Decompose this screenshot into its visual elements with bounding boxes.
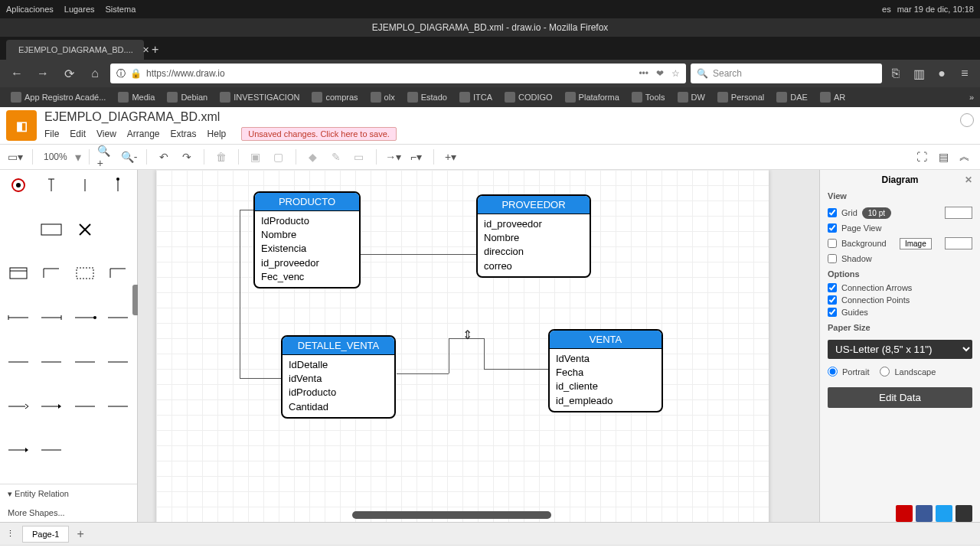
menu-extras[interactable]: Extras	[171, 129, 197, 139]
landscape-radio[interactable]: Landscape	[880, 367, 936, 377]
library-icon[interactable]: ⎘	[887, 64, 905, 83]
delete-button[interactable]: 🗑	[212, 148, 230, 166]
entity-header[interactable]: DETALLE_VENTA	[283, 337, 394, 355]
bookmark-item[interactable]: DAE	[772, 90, 812, 104]
pages-menu-icon[interactable]: ⋮	[6, 529, 15, 539]
new-tab-button[interactable]: +	[144, 40, 166, 60]
bookmark-star-icon[interactable]: ☆	[671, 68, 680, 79]
entity-proveedor[interactable]: PROVEEDOR id_proveedor Nombre direccion …	[476, 194, 591, 278]
github-icon[interactable]	[956, 505, 972, 522]
youtube-icon[interactable]	[896, 505, 913, 522]
profile-icon[interactable]: ●	[933, 64, 951, 83]
shape-item[interactable]	[5, 351, 32, 373]
fullscreen-icon[interactable]: ⛶	[913, 148, 931, 166]
canvas-page[interactable]: ⇕ PRODUCTO IdProducto Nombre Existencia …	[156, 170, 769, 522]
shape-item[interactable]	[71, 307, 99, 328]
entity-producto[interactable]: PRODUCTO IdProducto Nombre Existencia id…	[253, 191, 361, 289]
add-button[interactable]: +▾	[442, 148, 460, 166]
entity-body[interactable]: id_proveedor Nombre direccion correo	[478, 214, 590, 276]
page-tab[interactable]: Page-1	[22, 526, 69, 543]
save-warning[interactable]: Unsaved changes. Click here to save.	[241, 127, 397, 141]
bookmark-item[interactable]: ITCA	[455, 90, 497, 104]
portrait-radio[interactable]: Portrait	[828, 367, 869, 377]
drawio-filename[interactable]: EJEMPLO_DIAGRAMA_BD.xml	[44, 110, 397, 124]
background-checkbox[interactable]: Background	[828, 239, 887, 248]
zoom-value[interactable]: 100%	[41, 152, 70, 162]
shape-item[interactable]	[104, 396, 132, 417]
bookmark-item[interactable]: App Registro Acadé...	[6, 90, 110, 104]
menu-help[interactable]: Help	[207, 129, 227, 139]
shape-item[interactable]	[38, 307, 65, 328]
bookmark-item[interactable]: Media	[113, 90, 159, 104]
shape-item[interactable]	[5, 262, 32, 284]
shadow-button[interactable]: ▭	[350, 148, 368, 166]
bookmark-item[interactable]: CODIGO	[500, 90, 557, 104]
entity-body[interactable]: IdProducto Nombre Existencia id_proveedo…	[255, 211, 359, 287]
shape-item[interactable]	[5, 174, 32, 196]
format-panel-icon[interactable]: ▤	[934, 148, 952, 166]
reload-button[interactable]: ⟳	[58, 63, 80, 84]
add-page-button[interactable]: +	[77, 527, 83, 541]
grid-color-swatch[interactable]	[945, 207, 972, 219]
shape-item[interactable]	[5, 439, 32, 461]
menu-file[interactable]: File	[44, 129, 59, 139]
shape-item[interactable]	[38, 219, 65, 240]
os-menu-system[interactable]: Sistema	[106, 5, 136, 14]
entity-body[interactable]: IdVenta Fecha id_cliente id_empleado	[550, 349, 662, 411]
shape-item[interactable]	[5, 307, 32, 328]
shape-item[interactable]	[71, 351, 99, 373]
shape-item[interactable]	[104, 307, 132, 328]
menu-edit[interactable]: Edit	[70, 129, 86, 139]
menu-arrange[interactable]: Arrange	[127, 129, 160, 139]
paper-size-select[interactable]: US-Letter (8,5" x 11")	[828, 340, 972, 359]
bookmark-item[interactable]: Debian	[162, 90, 212, 104]
connector[interactable]	[449, 338, 449, 373]
entity-venta[interactable]: VENTA IdVenta Fecha id_cliente id_emplea…	[548, 329, 663, 412]
shape-item[interactable]	[38, 262, 65, 284]
bookmark-item[interactable]: Personal	[713, 90, 769, 104]
line-button[interactable]: ✎	[327, 148, 345, 166]
more-shapes-button[interactable]: More Shapes...	[0, 504, 137, 522]
sidebar-icon[interactable]: ▥	[910, 64, 928, 83]
bookmark-item[interactable]: Tools	[627, 90, 670, 104]
shadow-checkbox[interactable]: Shadow	[828, 254, 972, 263]
back-button[interactable]: ←	[6, 63, 28, 84]
bookmark-item[interactable]: Estado	[403, 90, 452, 104]
fill-button[interactable]: ◆	[304, 148, 322, 166]
zoom-out-button[interactable]: 🔍-	[120, 148, 139, 166]
bookmarks-overflow-icon[interactable]: »	[969, 93, 974, 102]
forward-button[interactable]: →	[32, 63, 54, 84]
shape-item[interactable]	[38, 439, 65, 461]
twitter-icon[interactable]	[936, 505, 952, 522]
connector[interactable]	[240, 210, 253, 210]
entity-header[interactable]: VENTA	[550, 331, 662, 349]
shape-item[interactable]	[5, 396, 32, 417]
connection-button[interactable]: →▾	[384, 148, 403, 166]
grid-checkbox[interactable]: Grid	[828, 208, 858, 217]
redo-button[interactable]: ↷	[178, 148, 196, 166]
shape-item[interactable]	[5, 219, 32, 240]
entity-header[interactable]: PROVEEDOR	[478, 196, 590, 214]
home-button[interactable]: ⌂	[84, 63, 106, 84]
connector[interactable]	[484, 338, 485, 369]
connector[interactable]	[484, 369, 548, 370]
shape-item[interactable]	[71, 396, 99, 417]
background-color-swatch[interactable]	[945, 237, 972, 249]
entity-header[interactable]: PRODUCTO	[255, 193, 359, 211]
waypoint-button[interactable]: ⌐▾	[407, 148, 426, 166]
background-image-button[interactable]: Image	[900, 238, 932, 249]
close-panel-icon[interactable]: ✕	[965, 174, 972, 185]
edit-data-button[interactable]: Edit Data	[828, 387, 972, 408]
view-mode-button[interactable]: ▭▾	[6, 148, 24, 166]
language-icon[interactable]	[960, 113, 974, 127]
shape-item[interactable]	[38, 174, 65, 196]
shape-item[interactable]	[104, 174, 132, 196]
shape-item[interactable]	[104, 262, 132, 284]
connector[interactable]	[240, 378, 281, 379]
more-icon[interactable]: •••	[639, 68, 648, 79]
reader-icon[interactable]: ❤	[656, 68, 664, 79]
to-front-button[interactable]: ▣	[247, 148, 265, 166]
conn-points-checkbox[interactable]: Connection Points	[828, 295, 972, 305]
drawio-logo-icon[interactable]: ◧	[6, 110, 37, 141]
url-input[interactable]: ⓘ 🔒 https://www.draw.io ••• ❤ ☆	[110, 64, 686, 83]
